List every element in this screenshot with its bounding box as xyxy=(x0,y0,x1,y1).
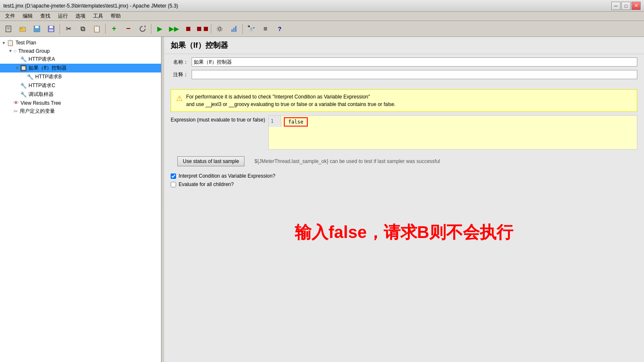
toolbar-shutdown[interactable]: ⏹⏹ xyxy=(196,23,209,35)
toolbar-open[interactable] xyxy=(16,23,29,35)
menu-tools[interactable]: 工具 xyxy=(90,12,106,21)
sidebar-item-if-controller[interactable]: ▼ 🔲 如果（If）控制器 xyxy=(0,64,161,72)
toolbar-sep-3 xyxy=(151,24,151,34)
toolbar-paste[interactable]: 📋 xyxy=(90,23,104,35)
toolbar-report[interactable] xyxy=(227,23,241,35)
comment-input[interactable] xyxy=(192,70,637,79)
http-b-icon: 🔧 xyxy=(27,74,34,80)
expr-editor-wrapper: 1 false xyxy=(268,115,637,150)
name-label: 名称： xyxy=(171,59,192,66)
toolbar-new[interactable] xyxy=(2,23,15,35)
menu-options[interactable]: 选项 xyxy=(72,12,89,21)
form-section: 名称： 注释： xyxy=(164,54,644,86)
user-vars-icon: ✂ xyxy=(13,108,18,114)
expr-label: Expression (must evaluate to true or fal… xyxy=(171,115,268,123)
warning-line2: and use __jexl3 or __groovy evaluating t… xyxy=(186,101,396,108)
toolbar-add[interactable]: + xyxy=(107,23,121,35)
close-button[interactable]: ✕ xyxy=(631,2,641,10)
title-bar: test1.jmx (D:\apache-jmeter-5.3\bin\temp… xyxy=(0,0,644,12)
warning-icon: ⚠ xyxy=(176,94,183,103)
toolbar-remove[interactable]: − xyxy=(122,23,135,35)
panel-title: 如果（If）控制器 xyxy=(164,37,644,54)
content-panel: 如果（If）控制器 名称： 注释： ⚠ For performance it i… xyxy=(164,37,644,362)
evaluate-all-children-checkbox[interactable] xyxy=(171,182,176,187)
toolbar-sep-1 xyxy=(60,24,60,34)
comment-row: 注释： xyxy=(171,70,637,79)
warning-line1: For performance it is advised to check "… xyxy=(186,93,396,101)
svg-rect-13 xyxy=(234,28,235,32)
window-controls: ─ □ ✕ xyxy=(611,2,641,10)
menu-bar: 文件 编辑 查找 运行 选项 工具 帮助 xyxy=(0,12,644,21)
expr-content[interactable]: false xyxy=(281,116,637,149)
toolbar-stop[interactable]: ⏹ xyxy=(182,23,195,35)
line-num-1: 1 xyxy=(270,117,279,125)
false-value-box[interactable]: false xyxy=(284,117,307,127)
menu-run[interactable]: 运行 xyxy=(55,12,71,21)
test-plan-icon: 📋 xyxy=(7,39,14,46)
toolbar: ✂ ⧉ 📋 + − ▶ ▶▶ ⏹ ⏹⏹ 🔭 ≡ ? xyxy=(0,21,644,37)
toolbar-settings[interactable] xyxy=(213,23,226,35)
sidebar-item-debug-sampler[interactable]: 🔧 调试取样器 xyxy=(0,90,161,99)
use-status-button[interactable]: Use status of last sample xyxy=(177,156,244,166)
toolbar-cut[interactable]: ✂ xyxy=(62,23,75,35)
use-status-row: Use status of last sample ${JMeterThread… xyxy=(171,153,637,170)
toolbar-sep-5 xyxy=(242,24,243,34)
toolbar-start-no-pause[interactable]: ▶▶ xyxy=(167,23,181,35)
toolbar-save-template[interactable] xyxy=(30,23,44,35)
if-controller-icon: 🔲 xyxy=(20,65,27,71)
http-a-icon: 🔧 xyxy=(20,56,27,62)
evaluate-all-children-label: Evaluate for all children? xyxy=(179,181,234,187)
sidebar-label-http-c: HTTP请求C xyxy=(29,82,55,89)
sidebar-label-user-vars: 用户定义的变量 xyxy=(20,108,55,115)
menu-file[interactable]: 文件 xyxy=(2,12,18,21)
svg-rect-4 xyxy=(20,28,22,29)
menu-edit[interactable]: 编辑 xyxy=(19,12,36,21)
expand-icon-thread-group: ▼ xyxy=(8,49,13,53)
toolbar-reset[interactable] xyxy=(136,23,149,35)
sidebar-item-view-results-tree[interactable]: 👁 View Results Tree xyxy=(0,99,161,107)
expand-icon-test-plan: ▼ xyxy=(2,41,6,45)
menu-search[interactable]: 查找 xyxy=(37,12,54,21)
sidebar-item-user-vars[interactable]: ✂ 用户定义的变量 xyxy=(0,107,161,116)
svg-rect-8 xyxy=(49,26,53,28)
title-text: test1.jmx (D:\apache-jmeter-5.3\bin\temp… xyxy=(3,3,178,9)
toolbar-copy[interactable]: ⧉ xyxy=(76,23,89,35)
warning-text: For performance it is advised to check "… xyxy=(186,93,396,108)
toolbar-save[interactable] xyxy=(44,23,58,35)
annotation-text: 输入false，请求B则不会执行 xyxy=(172,221,636,244)
interpret-condition-checkbox[interactable] xyxy=(171,173,176,179)
sidebar-label-debug-sampler: 调试取样器 xyxy=(29,91,54,98)
comment-label: 注释： xyxy=(171,71,192,78)
sidebar-label-http-b: HTTP请求B xyxy=(35,73,62,80)
toolbar-sep-4 xyxy=(211,24,211,34)
sidebar-item-thread-group[interactable]: ▼ ○ Thread Group xyxy=(0,47,161,55)
http-c-icon: 🔧 xyxy=(20,83,27,89)
svg-marker-10 xyxy=(144,25,145,28)
checkbox1-row: Interpret Condition as Variable Expressi… xyxy=(171,173,637,179)
sidebar-label-if-controller: 如果（If）控制器 xyxy=(29,65,67,72)
annotation-area: 输入false，请求B则不会执行 xyxy=(164,212,644,252)
toolbar-list[interactable]: ≡ xyxy=(259,23,272,35)
sidebar-item-http-b[interactable]: 🔧 HTTP请求B xyxy=(0,72,161,81)
expand-icon-if: ▼ xyxy=(15,66,19,70)
main-container: ▼ 📋 Test Plan ▼ ○ Thread Group 🔧 HTTP请求A… xyxy=(0,37,644,362)
sidebar-label-view-results-tree: View Results Tree xyxy=(21,100,61,106)
name-row: 名称： xyxy=(171,57,637,67)
sidebar-item-http-c[interactable]: 🔧 HTTP请求C xyxy=(0,81,161,90)
toolbar-start[interactable]: ▶ xyxy=(153,23,166,35)
toolbar-search[interactable]: 🔭 xyxy=(244,23,258,35)
sidebar-label-test-plan: Test Plan xyxy=(16,40,36,46)
toolbar-help[interactable]: ? xyxy=(273,23,286,35)
warning-box: ⚠ For performance it is advised to check… xyxy=(171,89,637,112)
minimize-button[interactable]: ─ xyxy=(611,2,621,10)
sidebar-tree: ▼ 📋 Test Plan ▼ ○ Thread Group 🔧 HTTP请求A… xyxy=(0,37,161,362)
sidebar-item-test-plan[interactable]: ▼ 📋 Test Plan xyxy=(0,39,161,47)
sidebar-item-http-a[interactable]: 🔧 HTTP请求A xyxy=(0,55,161,64)
thread-group-icon: ○ xyxy=(13,48,17,54)
debug-icon: 🔧 xyxy=(20,91,27,98)
sidebar-label-http-a: HTTP请求A xyxy=(29,56,55,63)
maximize-button[interactable]: □ xyxy=(621,2,631,10)
menu-help[interactable]: 帮助 xyxy=(107,12,124,21)
expr-row: Expression (must evaluate to true or fal… xyxy=(171,115,637,150)
name-input[interactable] xyxy=(192,57,637,67)
